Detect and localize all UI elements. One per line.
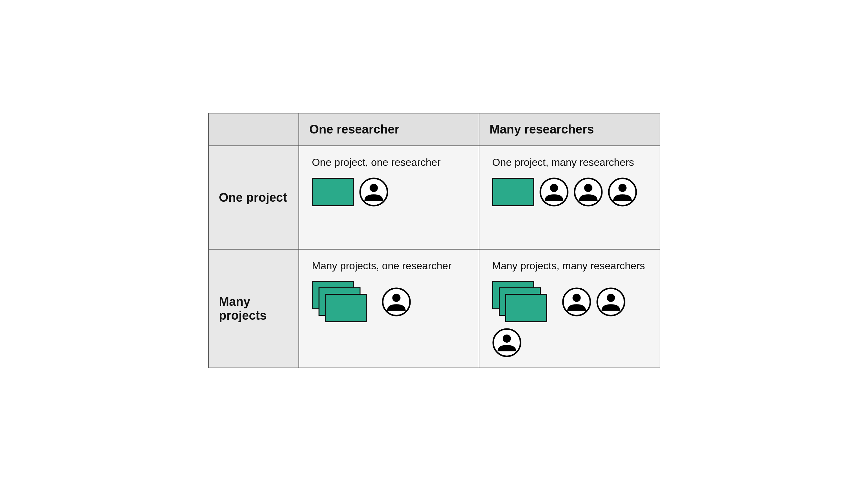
cell-r1c1-text: One project, one researcher <box>312 156 441 169</box>
row2-label-cell: Many projects <box>209 249 299 367</box>
svg-point-3 <box>550 184 558 192</box>
col1-header-label: One researcher <box>309 122 400 137</box>
cell-r1c2-text: One project, many researchers <box>492 156 634 169</box>
stacked-projects-icon <box>312 281 370 323</box>
cell-one-project-many-researchers: One project, many researchers <box>479 146 660 249</box>
project-rect-icon-2 <box>492 178 534 206</box>
person-icon-2 <box>574 177 603 207</box>
project-rectangle-2 <box>492 178 534 206</box>
svg-point-5 <box>584 184 592 192</box>
stack-rect-3 <box>325 294 367 322</box>
cell-r2c2-icons <box>492 281 647 357</box>
cell-one-project-one-researcher: One project, one researcher <box>299 146 479 249</box>
row1-label: One project <box>219 191 287 205</box>
svg-point-15 <box>503 335 511 343</box>
row1-label-cell: One project <box>209 146 299 249</box>
col2-header-label: Many researchers <box>490 122 594 137</box>
row2-label: Many projects <box>219 295 288 323</box>
project-rectangle <box>312 178 354 206</box>
svg-point-9 <box>392 294 400 302</box>
person-icon-3 <box>608 177 637 207</box>
cell-many-projects-many-researchers: Many projects, many researchers <box>479 249 660 367</box>
svg-point-1 <box>370 184 378 192</box>
col2-header: Many researchers <box>479 114 660 146</box>
stack-rect-2-3 <box>505 294 547 322</box>
cell-r1c2-icons <box>492 177 637 207</box>
project-rect-icon <box>312 178 354 206</box>
cell-r2c1-text: Many projects, one researcher <box>312 260 452 272</box>
cell-r2c2-text: Many projects, many researchers <box>492 260 645 272</box>
main-table: One researcher Many researchers One proj… <box>208 113 660 368</box>
cell-r2c1-icons <box>312 281 411 323</box>
svg-point-7 <box>618 184 626 192</box>
empty-header-cell <box>209 114 299 146</box>
person-icon <box>359 177 388 207</box>
person-icon-single-many-proj <box>382 288 411 317</box>
cell-r1c1-icons <box>312 177 388 207</box>
cell-many-projects-one-researcher: Many projects, one researcher <box>299 249 479 367</box>
person-icon-m2 <box>596 288 625 317</box>
col1-header: One researcher <box>299 114 479 146</box>
stacked-projects-icon-2 <box>492 281 551 323</box>
person-icon-m3 <box>492 328 521 357</box>
svg-point-11 <box>572 294 581 302</box>
person-icon-1 <box>539 177 568 207</box>
person-icon-m1 <box>562 288 591 317</box>
svg-point-13 <box>607 294 615 302</box>
